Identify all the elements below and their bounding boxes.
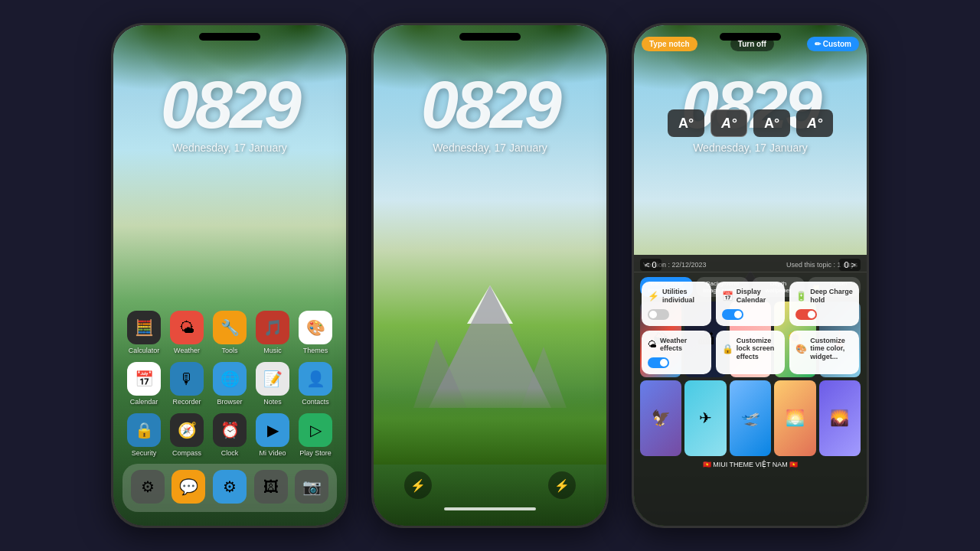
- app-label-compass: Compass: [172, 449, 201, 457]
- app-themes[interactable]: 🎨 Themes: [296, 311, 335, 354]
- date-display-1: Wednesday, 17 January: [113, 142, 346, 154]
- setting-calendar-title: Display Calendar: [737, 288, 779, 305]
- toggle-weather-effects[interactable]: [648, 357, 705, 368]
- music-icon: 🎵: [256, 311, 289, 344]
- toggle-utilities-track: [648, 309, 669, 320]
- top-bar-3: Type notch Turn off ✏ Custom: [634, 37, 867, 51]
- date-display-3: Wednesday, 17 January: [634, 142, 867, 154]
- app-contacts[interactable]: 👤 Contacts: [296, 362, 335, 406]
- flashlight-controls: ⚡ ⚡: [374, 471, 606, 499]
- nav-right-label: 0 >: [844, 260, 856, 269]
- dock-1: ⚙ 💬 ⚙ 🖼 📷: [122, 464, 337, 512]
- nav-left-button[interactable]: < 0: [640, 259, 662, 271]
- dock-messages[interactable]: 💬: [168, 470, 208, 506]
- toggle-weather-effects-thumb: [660, 359, 668, 367]
- nav-arrows: < 0 0 >: [634, 259, 867, 271]
- toggle-calendar-track: [722, 309, 743, 320]
- app-label-weather: Weather: [174, 347, 200, 354]
- weather-icon: 🌤: [170, 311, 204, 344]
- toggle-utilities[interactable]: [648, 309, 705, 320]
- setting-deep-charge: 🔋 Deep Charge hold: [789, 282, 859, 326]
- toggle-weather-effects-track: [648, 357, 669, 368]
- dock-camera[interactable]: 📷: [292, 470, 332, 506]
- settings-grid: ⚡ Utilities individual 📅 Display Calenda…: [642, 282, 859, 374]
- time-display-1: 0829: [113, 71, 346, 139]
- mivideo-icon: ▶: [256, 413, 289, 447]
- type-notch-button[interactable]: Type notch: [642, 37, 697, 51]
- app-label-music: Music: [263, 347, 282, 354]
- notch-1: [199, 33, 260, 41]
- date-display-2: Wednesday, 17 January: [374, 142, 606, 154]
- font-options: A° A° A° A°: [634, 109, 867, 137]
- wp-thumb-6[interactable]: 🦅: [640, 380, 681, 456]
- wp-thumb-7[interactable]: ✈: [684, 380, 726, 456]
- app-music[interactable]: 🎵 Music: [253, 311, 292, 354]
- app-weather[interactable]: 🌤 Weather: [167, 311, 207, 354]
- messages-dock-icon: 💬: [172, 470, 205, 504]
- turn-off-button[interactable]: Turn off: [730, 37, 774, 51]
- app-calendar[interactable]: 📅 Calendar: [124, 362, 164, 406]
- phone-3-screen: 0829 Wednesday, 17 January Version : 22/…: [634, 25, 867, 526]
- flashlight-right-btn[interactable]: ⚡: [548, 471, 576, 499]
- setting-time-color: 🎨 Customize time color, widget...: [789, 331, 859, 375]
- app-recorder[interactable]: 🎙 Recorder: [167, 362, 207, 406]
- app-label-calendar: Calendar: [130, 398, 158, 406]
- setting-calendar: 📅 Display Calendar: [716, 282, 786, 326]
- dock-settings[interactable]: ⚙: [128, 470, 168, 506]
- setting-deep-charge-title: Deep Charge hold: [810, 288, 853, 305]
- app-label-calculator: Calculator: [129, 347, 160, 354]
- notes-icon: 📝: [256, 362, 289, 396]
- flashlight-left-btn[interactable]: ⚡: [404, 471, 432, 499]
- setting-time-color-title: Customize time color, widget...: [810, 337, 853, 361]
- home-indicator-2: [444, 507, 536, 510]
- font-btn-2[interactable]: A°: [710, 109, 747, 137]
- dock-tools[interactable]: ⚙: [210, 470, 250, 506]
- app-label-security: Security: [132, 449, 157, 457]
- compass-icon: 🧭: [170, 413, 204, 447]
- gallery-dock-icon: 🖼: [254, 470, 288, 504]
- app-row-1: 🧮 Calculator 🌤 Weather 🔧 Tools 🎵 Music 🎨: [122, 311, 337, 354]
- font-btn-3[interactable]: A°: [753, 109, 790, 137]
- toggle-deep-charge-track: [795, 309, 817, 320]
- toggle-calendar[interactable]: [722, 309, 779, 320]
- app-browser[interactable]: 🌐 Browser: [210, 362, 250, 406]
- app-label-browser: Browser: [217, 398, 242, 406]
- app-compass[interactable]: 🧭 Compass: [167, 413, 207, 457]
- settings-dock-icon: ⚙: [131, 470, 165, 504]
- phone-3: 0829 Wednesday, 17 January Version : 22/…: [632, 23, 869, 528]
- tools-dock-icon: ⚙: [213, 470, 247, 504]
- setting-weather-effects: 🌤 Weather effects: [642, 331, 711, 375]
- dock-gallery[interactable]: 🖼: [251, 470, 291, 506]
- toggle-deep-charge[interactable]: [795, 309, 853, 320]
- app-label-mivideo: Mi Video: [260, 449, 286, 457]
- app-label-notes: Notes: [263, 398, 282, 406]
- clock-widget-1: 0829 Wednesday, 17 January: [113, 71, 346, 154]
- app-playstore[interactable]: ▷ Play Store: [296, 413, 335, 457]
- app-row-3: 🔒 Security 🧭 Compass ⏰ Clock ▶ Mi Video …: [122, 413, 337, 457]
- custom-button[interactable]: ✏ Custom: [807, 37, 859, 51]
- app-notes[interactable]: 📝 Notes: [253, 362, 292, 406]
- wp-thumb-8[interactable]: 🛫: [730, 380, 771, 456]
- phone-2: 0829 Wednesday, 17 January ⚡ ⚡: [371, 23, 609, 528]
- app-label-playstore: Play Store: [299, 449, 332, 457]
- phone-2-screen: 0829 Wednesday, 17 January ⚡ ⚡: [374, 25, 606, 526]
- nav-left-label: < 0: [645, 260, 657, 269]
- app-row-2: 📅 Calendar 🎙 Recorder 🌐 Browser 📝 Notes …: [122, 362, 337, 406]
- app-clock[interactable]: ⏰ Clock: [210, 413, 250, 457]
- wp-thumb-10[interactable]: 🌄: [819, 380, 861, 456]
- font-btn-1[interactable]: A°: [668, 109, 704, 137]
- app-security[interactable]: 🔒 Security: [124, 413, 164, 457]
- app-mivideo[interactable]: ▶ Mi Video: [253, 413, 292, 457]
- app-calculator[interactable]: 🧮 Calculator: [124, 311, 164, 354]
- wp-thumb-9[interactable]: 🌅: [774, 380, 815, 456]
- font-btn-4[interactable]: A°: [796, 109, 833, 137]
- setting-lock-screen: 🔒 Customize lock screen effects: [716, 331, 786, 375]
- clock-widget-2: 0829 Wednesday, 17 January: [374, 71, 606, 154]
- recorder-icon: 🎙: [170, 362, 204, 396]
- phone-1: 0829 Wednesday, 17 January 🧮 Calculator …: [111, 23, 348, 528]
- themes-icon: 🎨: [299, 311, 332, 344]
- nav-right-button[interactable]: 0 >: [839, 259, 861, 271]
- security-icon: 🔒: [127, 413, 161, 447]
- app-tools[interactable]: 🔧 Tools: [210, 311, 250, 354]
- playstore-icon: ▷: [299, 413, 332, 447]
